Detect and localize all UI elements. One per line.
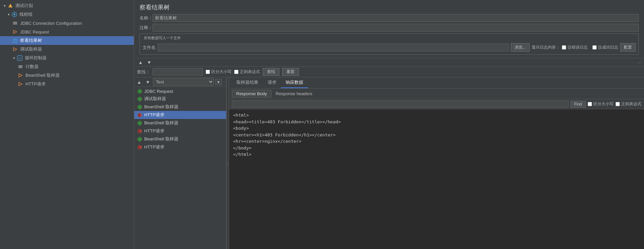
- response-body-line-6: </body>: [233, 145, 640, 151]
- app-container: ▼ 测试计划 ▼ 线程组: [0, 0, 644, 249]
- test-plan-icon: [7, 3, 13, 9]
- only-error-label: 仅错误日志: [562, 45, 588, 50]
- result-item-beanshell3[interactable]: ✓ BeanShell 取样器: [134, 135, 226, 143]
- sidebar-item-jdbc-request[interactable]: JDBC Request: [0, 27, 134, 36]
- response-search-input[interactable]: [232, 101, 569, 108]
- loop-icon: ⟳: [17, 55, 23, 61]
- toolbar-up-btn[interactable]: ▲: [137, 59, 144, 66]
- sidebar-item-result-tree[interactable]: 察看结果树: [0, 36, 134, 45]
- sidebar-item-thread-group[interactable]: ▼ 线程组: [0, 10, 134, 19]
- result-tree-down-btn[interactable]: ▼: [144, 79, 152, 85]
- tab-request[interactable]: 请求: [263, 77, 281, 88]
- status-ok-icon-5: ✓: [137, 136, 142, 142]
- sub-tabs-row: Response Body Response headers: [229, 88, 644, 99]
- case-sensitive-checkbox[interactable]: [206, 70, 210, 74]
- expand-arrow-thread-group[interactable]: ▼: [7, 12, 11, 16]
- result-item-label-jdbc: JDBC Request: [144, 89, 173, 94]
- sidebar-item-jdbc-config[interactable]: JDBC Connection Configuration: [0, 19, 134, 27]
- sidebar-label-counter: 计数器: [25, 64, 39, 70]
- sidebar-label-test-plan: 测试计划: [15, 3, 33, 9]
- response-body: <html> <head><title>403 Forbidden</title…: [229, 109, 644, 249]
- result-item-label-beanshell2: BeanShell 取样器: [144, 120, 178, 126]
- response-find-btn[interactable]: Find: [571, 101, 586, 108]
- drag-handle[interactable]: ⋮: [226, 77, 229, 249]
- expand-arrow-loop[interactable]: ▼: [12, 56, 16, 60]
- result-tree-up-btn[interactable]: ▲: [136, 79, 143, 85]
- result-item-http3[interactable]: ✕ HTTP请求: [134, 143, 226, 151]
- expand-arrow-test-plan[interactable]: ▼: [3, 4, 7, 8]
- sidebar-label-jdbc-config: JDBC Connection Configuration: [20, 21, 82, 26]
- only-success-checkbox[interactable]: [592, 45, 597, 50]
- svg-text:✓: ✓: [139, 122, 141, 125]
- regex-checkbox[interactable]: [234, 70, 238, 74]
- find-button[interactable]: 查找: [263, 68, 279, 76]
- search-row: 查找： 区分大小写 正则表达式 查找 重置: [134, 67, 644, 77]
- result-item-http1[interactable]: ✕ HTTP请求: [134, 111, 226, 119]
- toolbar-down-btn[interactable]: ▼: [146, 59, 153, 66]
- sidebar-label-thread-group: 线程组: [19, 11, 33, 17]
- status-ok-icon-4: ✓: [137, 120, 142, 126]
- sidebar-item-counter[interactable]: 计数器: [0, 62, 134, 71]
- result-item-label-beanshell1: BeanShell 取样器: [144, 104, 178, 110]
- status-err-icon-2: ✕: [137, 128, 142, 134]
- tab-response-data[interactable]: 响应数据: [281, 77, 308, 88]
- response-body-line-2: <head><title>403 Forbidden</title></head…: [233, 119, 640, 125]
- bottom-area: ▲ ▼ Text RegExp Tester CSS/JQuery Tester…: [134, 77, 644, 249]
- debug-icon: [12, 46, 18, 52]
- response-panel: 取样器结果 请求 响应数据 Response Body Response: [229, 77, 644, 249]
- sidebar-item-beanshell1[interactable]: BeanShell 取样器: [0, 71, 134, 80]
- counter-icon: [17, 64, 23, 70]
- result-tree-panel: ▲ ▼ Text RegExp Tester CSS/JQuery Tester…: [134, 77, 226, 249]
- sidebar-item-test-plan[interactable]: ▼ 测试计划: [0, 1, 134, 10]
- sub-tab-response-headers[interactable]: Response headers: [271, 90, 317, 98]
- sampler-icon-1: [12, 29, 18, 35]
- dropdown-arrow[interactable]: ▼: [215, 79, 222, 85]
- result-item-beanshell2[interactable]: ✓ BeanShell 取样器: [134, 119, 226, 127]
- case-sensitive-label: 区分大小写: [206, 69, 231, 75]
- reset-button[interactable]: 重置: [282, 68, 299, 76]
- response-body-line-3: <body>: [233, 125, 640, 132]
- status-ok-icon-3: ✓: [137, 104, 142, 110]
- result-item-label-debug: 调试取样器: [144, 96, 166, 102]
- result-item-beanshell1[interactable]: ✓ BeanShell 取样器: [134, 103, 226, 111]
- file-group: 所有数据写入一个文件 文件名 浏览... 显示日志内容： 仅错误日志 仅成功日志: [140, 34, 639, 55]
- response-regex-checkbox[interactable]: [615, 102, 620, 106]
- response-body-line-1: <html>: [233, 112, 640, 119]
- search-input[interactable]: [153, 68, 203, 75]
- result-item-label-beanshell3: BeanShell 取样器: [144, 136, 178, 142]
- sidebar: ▼ 测试计划 ▼ 线程组: [0, 0, 134, 249]
- sidebar-label-jdbc-request: JDBC Request: [20, 29, 49, 35]
- sidebar-item-loop-controller[interactable]: ▼ ⟳ 循环控制器: [0, 54, 134, 62]
- toolbar-dots-1[interactable]: ···: [637, 60, 641, 65]
- jdbc-config-icon: [12, 20, 18, 26]
- response-case-sensitive-checkbox[interactable]: [588, 102, 592, 106]
- config-button[interactable]: 配置: [620, 43, 636, 52]
- search-row-right: Find 区分大小写 正则表达式: [229, 99, 644, 109]
- log-content-label: 显示日志内容：: [532, 45, 560, 50]
- only-success-label: 仅成功日志: [592, 45, 618, 50]
- svg-point-2: [13, 13, 15, 15]
- http-icon-1: [17, 81, 23, 87]
- comment-label: 注释：: [140, 25, 153, 31]
- tabs-row: 取样器结果 请求 响应数据: [229, 77, 644, 88]
- page-title: 察看结果树: [140, 3, 639, 11]
- view-mode-select[interactable]: Text RegExp Tester CSS/JQuery Tester XPa…: [153, 78, 214, 86]
- sidebar-item-http1[interactable]: HTTP请求: [0, 80, 134, 88]
- thread-group-icon: [11, 11, 17, 17]
- response-regex-label: 正则表达式: [615, 101, 641, 107]
- result-item-debug[interactable]: ✓ 调试取样器: [134, 95, 226, 103]
- result-item-http2[interactable]: ✕ HTTP请求: [134, 127, 226, 135]
- listener-icon: [12, 38, 18, 44]
- name-input[interactable]: [153, 14, 639, 22]
- sidebar-item-debug-sampler[interactable]: 调试取样器: [0, 45, 134, 54]
- browse-button[interactable]: 浏览...: [511, 43, 530, 52]
- comment-input[interactable]: [153, 24, 639, 32]
- result-item-jdbc[interactable]: ✓ JDBC Request: [134, 87, 226, 95]
- svg-text:✕: ✕: [139, 145, 142, 149]
- tab-sampler-result[interactable]: 取样器结果: [232, 77, 263, 88]
- sub-tab-response-body[interactable]: Response Body: [232, 90, 271, 98]
- status-err-icon-1: ✕: [137, 112, 142, 118]
- file-name-input[interactable]: [158, 44, 509, 51]
- status-err-icon-3: ✕: [137, 144, 142, 150]
- only-error-checkbox[interactable]: [562, 45, 566, 50]
